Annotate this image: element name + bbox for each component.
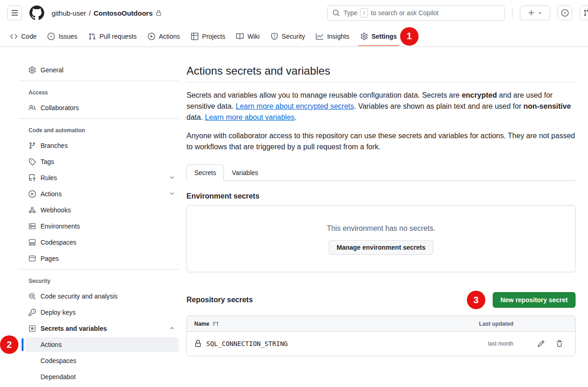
sidebar-divider — [18, 81, 179, 81]
table-header: Name Last updated — [187, 316, 575, 332]
trash-icon — [556, 340, 563, 347]
create-new-button[interactable] — [520, 6, 550, 20]
tab-secrets[interactable]: Secrets — [186, 164, 224, 181]
tab-wiki[interactable]: Wiki — [232, 29, 263, 43]
sidebar-item-deploy-keys[interactable]: Deploy keys — [18, 305, 179, 319]
new-repository-secret-button[interactable]: New repository secret — [493, 292, 576, 308]
tab-projects[interactable]: Projects — [187, 29, 230, 43]
search-placeholder: Type / to search or ask Copilot — [343, 8, 438, 18]
sidebar-item-pages[interactable]: Pages — [18, 251, 179, 265]
sidebar-item-branches[interactable]: Branches — [18, 138, 179, 152]
sidebar-subitem-dependabot[interactable]: Dependabot — [26, 369, 179, 384]
graph-icon — [316, 33, 323, 40]
tab-insights[interactable]: Insights — [312, 29, 353, 43]
codespaces-icon — [29, 239, 36, 246]
book-icon — [236, 33, 244, 40]
settings-layout: General Access Collaborators Code and au… — [0, 47, 588, 386]
issues-dashboard-button[interactable] — [558, 6, 572, 20]
empty-state-message: This environment has no secrets. — [187, 224, 575, 233]
sidebar-item-general[interactable]: General — [18, 63, 179, 77]
chevron-down-icon — [169, 191, 175, 197]
link-variables[interactable]: Learn more about variables — [205, 113, 295, 121]
sidebar-item-collaborators[interactable]: Collaborators — [18, 100, 179, 115]
tab-settings[interactable]: Settings 1 — [356, 29, 401, 43]
edit-secret-button[interactable] — [537, 340, 545, 347]
tab-actions[interactable]: Actions — [144, 29, 184, 43]
repository-secrets-table: Name Last updated SQL_CONNECTION_STRING … — [186, 316, 576, 356]
git-branch-icon — [29, 142, 36, 149]
sidebar-divider — [18, 118, 179, 119]
webhook-icon — [29, 206, 36, 214]
repo-owner-link[interactable]: github-user — [52, 9, 86, 17]
pencil-icon — [537, 340, 545, 347]
github-logo-icon[interactable] — [29, 6, 44, 20]
sidebar-divider — [18, 269, 179, 270]
table-row: SQL_CONNECTION_STRING last month — [187, 332, 575, 356]
tab-pull-requests[interactable]: Pull requests — [84, 29, 141, 43]
sidebar-section-security: Security — [18, 273, 179, 288]
tab-issues[interactable]: Issues — [43, 29, 81, 43]
chevron-up-icon — [169, 325, 175, 331]
rules-icon — [29, 174, 36, 182]
breadcrumb-separator: / — [89, 9, 91, 17]
link-encrypted-secrets[interactable]: Learn more about encrypted secrets — [236, 102, 354, 110]
sort-ascending-icon[interactable] — [213, 321, 219, 327]
sidebar-item-secrets-and-variables[interactable]: Secrets and variables — [18, 321, 179, 335]
gear-icon — [29, 66, 36, 74]
key-icon — [29, 309, 36, 316]
issue-opened-icon — [47, 33, 55, 40]
hamburger-icon — [11, 9, 18, 17]
page-title: Actions secrets and variables — [186, 64, 576, 82]
secret-last-updated: last month — [469, 340, 513, 347]
asterisk-box-icon — [29, 325, 36, 332]
sidebar-item-environments[interactable]: Environments — [18, 219, 179, 233]
git-pull-request-icon — [583, 9, 588, 17]
delete-secret-button[interactable] — [556, 340, 563, 347]
table-icon — [191, 33, 198, 40]
tab-variables[interactable]: Variables — [224, 164, 266, 181]
annotation-step-2: 2 — [0, 335, 18, 354]
search-icon — [332, 9, 340, 17]
plus-icon — [528, 9, 535, 17]
repository-secrets-header-row: Repository secrets 3 New repository secr… — [186, 291, 576, 309]
sidebar-item-rules[interactable]: Rules — [18, 170, 179, 185]
play-icon — [29, 190, 36, 198]
settings-main: Actions secrets and variables Secrets an… — [186, 64, 576, 356]
sidebar-item-codespaces[interactable]: Codespaces — [18, 235, 179, 249]
gear-icon — [361, 33, 368, 40]
tab-security[interactable]: Security — [267, 29, 309, 43]
browser-icon — [29, 255, 36, 262]
repo-tab-nav: Code Issues Pull requests Actions Projec… — [0, 26, 588, 47]
git-pull-request-icon — [88, 33, 96, 40]
manage-environment-secrets-button[interactable]: Manage environment secrets — [329, 240, 433, 255]
chevron-down-icon — [169, 175, 175, 181]
caret-down-icon — [537, 10, 543, 16]
intro-paragraph: Secrets and variables allow you to manag… — [186, 90, 576, 123]
slash-keycap: / — [360, 8, 368, 18]
column-name-header[interactable]: Name — [194, 321, 210, 327]
lock-icon — [194, 340, 202, 347]
search-input[interactable]: Type / to search or ask Copilot — [327, 5, 505, 21]
column-last-updated-header: Last updated — [469, 321, 513, 327]
pull-requests-dashboard-button[interactable] — [580, 6, 588, 20]
sidebar-item-webhooks[interactable]: Webhooks — [18, 203, 179, 217]
non-sensitive-emphasis: non-sensitive — [524, 102, 571, 110]
issue-opened-icon — [561, 9, 569, 17]
codescan-icon — [29, 293, 36, 300]
repo-name-link[interactable]: ContosoOutdoors — [93, 9, 152, 17]
sidebar-item-actions[interactable]: Actions — [18, 187, 179, 201]
sidebar-subitem-actions[interactable]: 2 Actions — [26, 337, 179, 352]
tab-code[interactable]: Code — [6, 29, 41, 43]
annotation-step-3: 3 — [467, 291, 485, 309]
sidebar-item-code-security[interactable]: Code security and analysis — [18, 289, 179, 303]
sidebar-subitem-codespaces[interactable]: Codespaces — [26, 353, 179, 368]
sidebar-section-code-and-automation: Code and automation — [18, 123, 179, 137]
tag-icon — [29, 158, 36, 165]
settings-sidebar: General Access Collaborators Code and au… — [18, 63, 179, 386]
repository-secrets-heading: Repository secrets — [186, 296, 253, 304]
secret-name: SQL_CONNECTION_STRING — [206, 340, 288, 347]
server-icon — [29, 223, 36, 230]
people-icon — [29, 104, 36, 111]
global-menu-button[interactable] — [7, 6, 22, 20]
sidebar-item-tags[interactable]: Tags — [18, 154, 179, 169]
